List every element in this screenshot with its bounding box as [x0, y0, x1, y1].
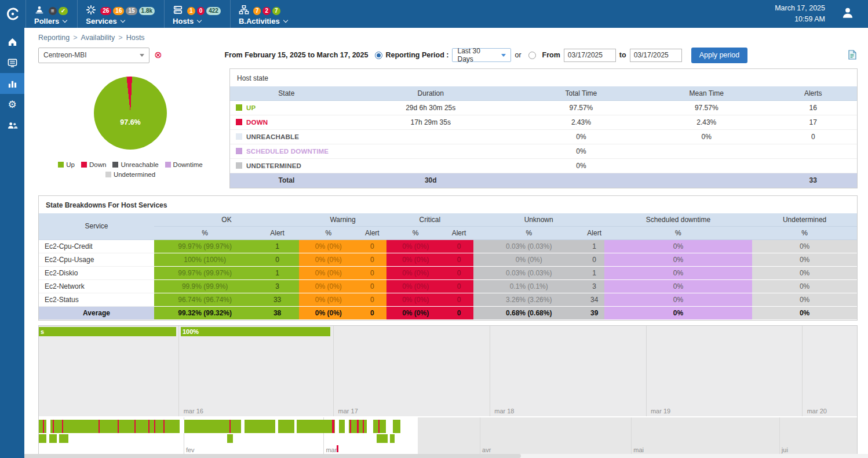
brush-gap	[180, 420, 184, 433]
breakdown-cell: 0% (0%)	[386, 306, 444, 319]
host-state-cell: 0%	[519, 130, 644, 144]
availability-timeline-panel: s100%mar 16mar 17mar 18mar 19mar 20 fevm…	[38, 325, 858, 456]
bar-chart-icon	[8, 79, 17, 89]
breakdown-cell: 0% (0%)	[299, 306, 358, 319]
hosts-badges: 10422	[185, 5, 221, 15]
header-datetime: March 17, 2025 10:59 AM	[775, 3, 825, 26]
custom-period-radio[interactable]	[528, 52, 536, 59]
breakdowns-row: Ec2-Network99.9% (99.9%)30% (0%)00% (0%)…	[39, 279, 857, 293]
breakdown-cell: 0.03% (0.03%)	[473, 266, 585, 279]
horizontal-scrollbar[interactable]	[0, 454, 868, 458]
sidebar-item-configuration[interactable]: ⚙	[0, 94, 24, 115]
uptime-bar-label: 100%	[181, 328, 199, 335]
brush-today-mark	[337, 445, 338, 452]
availability-pie: 97.6%	[94, 77, 167, 150]
host-group-select[interactable]: Centreon-MBI	[38, 48, 149, 63]
breakdown-cell: 39	[585, 306, 604, 319]
apply-period-button[interactable]: Apply period	[691, 48, 748, 63]
breadcrumb-hosts[interactable]: Hosts	[126, 34, 145, 42]
breakdowns-row: Ec2-Diskio99.97% (99.97%)10% (0%)00% (0%…	[39, 266, 857, 279]
legend-color-square	[81, 162, 87, 168]
user-menu[interactable]	[840, 5, 855, 23]
timeline-day-label: mar 20	[805, 408, 827, 415]
breakdowns-row: Ec2-Status96.74% (96.74%)330% (0%)00% (0…	[39, 293, 857, 306]
breakdown-cell: 0	[444, 293, 473, 306]
host-state-cell	[343, 144, 519, 159]
timeline-gridline	[646, 326, 647, 416]
sidebar-item-reporting[interactable]	[0, 73, 24, 94]
timeline-gridline	[333, 326, 334, 416]
menu-pollers[interactable]: ≡✓ Pollers	[25, 0, 77, 28]
breadcrumb-availability[interactable]: Availability	[81, 34, 115, 42]
centreon-logo[interactable]	[0, 0, 25, 28]
brush-down-mark	[363, 420, 364, 433]
timeline-brush[interactable]: fevmaravrmaijui	[39, 417, 857, 456]
state-color-square	[236, 119, 242, 125]
breakdown-cell: 0	[444, 306, 473, 319]
chevron-down-icon	[140, 54, 144, 57]
sidebar-item-monitoring[interactable]	[0, 52, 24, 73]
sidebar-item-home[interactable]	[0, 31, 24, 52]
pollers-icon	[34, 5, 45, 15]
host-state-cell	[644, 144, 769, 159]
host-state-row: UNDETERMINED0%	[230, 159, 857, 173]
legend-color-square	[165, 162, 171, 168]
brush-gap	[335, 420, 339, 433]
legend-item: Up	[58, 161, 75, 168]
to-date-input[interactable]	[630, 49, 682, 62]
menu-services[interactable]: 2616151.8k Services	[77, 0, 164, 28]
reporting-period-select-value: Last 30 Days	[457, 47, 497, 63]
export-report-icon[interactable]	[848, 50, 856, 62]
host-state-cell: 0	[769, 130, 857, 144]
service-name-cell: Ec2-Cpu-Usage	[39, 253, 154, 266]
host-state-panel: Host state State Duration Total Time Mea…	[229, 68, 858, 188]
legend-item: Unreachable	[112, 161, 158, 168]
sidebar-item-administration[interactable]	[0, 115, 24, 136]
breadcrumb-reporting[interactable]: Reporting	[38, 34, 70, 42]
host-state-cell: 97.57%	[644, 101, 769, 115]
brush-down-mark	[154, 420, 155, 433]
breakdown-cell: 0%	[604, 293, 753, 306]
col-unknown: Unknown	[473, 213, 604, 227]
breakdown-cell: 0% (0%)	[299, 279, 358, 293]
breakdown-cell: 99.97% (99.97%)	[154, 239, 256, 253]
scrollbar-thumb[interactable]	[0, 454, 521, 458]
uptime-bar-label: s	[39, 328, 44, 335]
brush-down-mark	[229, 420, 231, 433]
breakdown-cell: 0.68% (0.68%)	[473, 306, 585, 319]
legend-label: Unreachable	[121, 161, 158, 168]
uptime-bar: 100%	[181, 327, 330, 336]
reporting-period-radio[interactable]	[375, 52, 382, 59]
timeline-day-label: mar 19	[648, 408, 670, 415]
brush-secondary-bar	[377, 434, 388, 443]
breadcrumb-separator: >	[73, 34, 77, 42]
user-icon	[840, 5, 855, 20]
monitoring-console-icon	[8, 58, 17, 68]
menu-bactivities-label: B.Activities	[239, 17, 280, 26]
host-state-cell	[343, 159, 519, 173]
menu-bactivities[interactable]: 727 B.Activities	[230, 0, 297, 28]
state-label: UNDETERMINED	[246, 162, 301, 169]
to-label: to	[619, 51, 626, 59]
reporting-period-select[interactable]: Last 30 Days	[452, 48, 511, 62]
breakdown-cell: 3.26% (3.26%)	[473, 293, 585, 306]
from-date-input[interactable]	[564, 49, 616, 62]
service-name-cell: Ec2-Cpu-Credit	[39, 239, 154, 253]
brush-down-mark	[357, 420, 358, 433]
breakdown-cell: 0% (0%)	[299, 239, 358, 253]
breakdown-cell: 1	[585, 266, 604, 279]
host-group-select-value: Centreon-MBI	[43, 51, 87, 59]
clear-selection-icon[interactable]: ⊗	[154, 50, 162, 60]
breakdowns-title: State Breakdowns For Host Services	[39, 196, 857, 213]
chevron-down-icon	[63, 17, 67, 22]
host-state-cell: 29d 6h 30m 25s	[343, 101, 519, 115]
header-time: 10:59 AM	[775, 14, 825, 25]
host-state-cell	[343, 130, 519, 144]
business-activities-icon	[239, 5, 249, 15]
menu-hosts[interactable]: 10422 Hosts	[164, 0, 230, 28]
breakdown-cell: 0%	[752, 253, 857, 266]
timeline-gridline	[802, 326, 803, 416]
home-icon	[8, 37, 17, 47]
status-badge: ≡	[49, 7, 57, 15]
breakdown-cell: 0.1% (0.1%)	[473, 279, 585, 293]
